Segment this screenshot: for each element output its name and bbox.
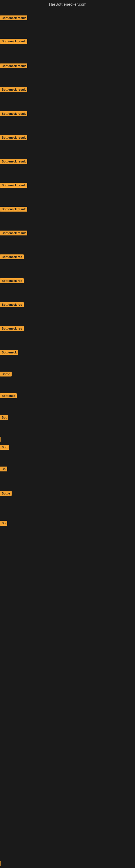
bottleneck-result-item: Bottleneck res <box>0 254 24 260</box>
bottleneck-badge: Bottleneck result <box>0 183 27 188</box>
bottleneck-result-item: Bott <box>0 445 9 451</box>
bottleneck-badge: Bottleneck result <box>0 87 27 92</box>
bottleneck-badge: Bottleneck result <box>0 39 27 44</box>
bottleneck-result-item: Bottleneck result <box>0 135 27 141</box>
bottleneck-badge: Bo <box>0 467 7 471</box>
bottleneck-result-item: Bottleneck result <box>0 111 27 117</box>
bottleneck-result-item: Bottleneck result <box>0 230 27 237</box>
cursor-line <box>0 437 1 442</box>
bottleneck-badge: Bottleneck res <box>0 254 24 259</box>
bottleneck-result-item: Bottle <box>0 372 12 378</box>
bottleneck-result-item: Bottleneck <box>0 350 18 356</box>
bottleneck-badge: Bot <box>0 415 8 420</box>
bottleneck-badge: Bottleneck result <box>0 135 27 140</box>
bottleneck-badge: Bottleneck res <box>0 302 24 307</box>
bottleneck-badge: Bottleneck res <box>0 278 24 283</box>
bottleneck-badge: Bottleneck result <box>0 230 27 236</box>
bottleneck-badge: Bottleneck res <box>0 326 24 331</box>
cursor-line <box>0 861 1 866</box>
bottleneck-badge: Bottlenec <box>0 393 17 398</box>
bottleneck-badge: Bottleneck result <box>0 207 27 212</box>
bottleneck-result-item: Bottleneck result <box>0 39 27 45</box>
bottleneck-result-item: Bo <box>0 467 7 472</box>
bottleneck-badge: Bottleneck result <box>0 16 27 20</box>
bottleneck-result-item: Bottleneck res <box>0 278 24 284</box>
bottleneck-result-item: Bottleneck res <box>0 326 24 332</box>
site-title: TheBottlenecker.com <box>0 0 135 9</box>
bottleneck-result-item: Bot <box>0 415 8 421</box>
bottleneck-result-item: Bottleneck result <box>0 63 27 69</box>
bottleneck-badge: Bottle <box>0 491 12 496</box>
bottleneck-badge: Bo <box>0 521 7 526</box>
bottleneck-result-item: Bottlenec <box>0 393 17 399</box>
bottleneck-result-item: Bottleneck result <box>0 183 27 189</box>
bottleneck-badge: Bottleneck result <box>0 159 27 164</box>
bottleneck-badge: Bottleneck result <box>0 63 27 68</box>
bottleneck-badge: Bottle <box>0 372 12 376</box>
bottleneck-badge: Bottleneck result <box>0 111 27 116</box>
bottleneck-result-item: Bottle <box>0 491 12 497</box>
bottleneck-badge: Bott <box>0 445 9 450</box>
bottleneck-result-item: Bottleneck result <box>0 159 27 165</box>
bottleneck-result-item: Bottleneck result <box>0 207 27 213</box>
bottleneck-result-item: Bottleneck result <box>0 16 27 22</box>
bottleneck-result-item: Bottleneck result <box>0 87 27 93</box>
bottleneck-result-item: Bottleneck res <box>0 302 24 308</box>
bottleneck-badge: Bottleneck <box>0 350 18 355</box>
bottleneck-result-item: Bo <box>0 521 7 527</box>
